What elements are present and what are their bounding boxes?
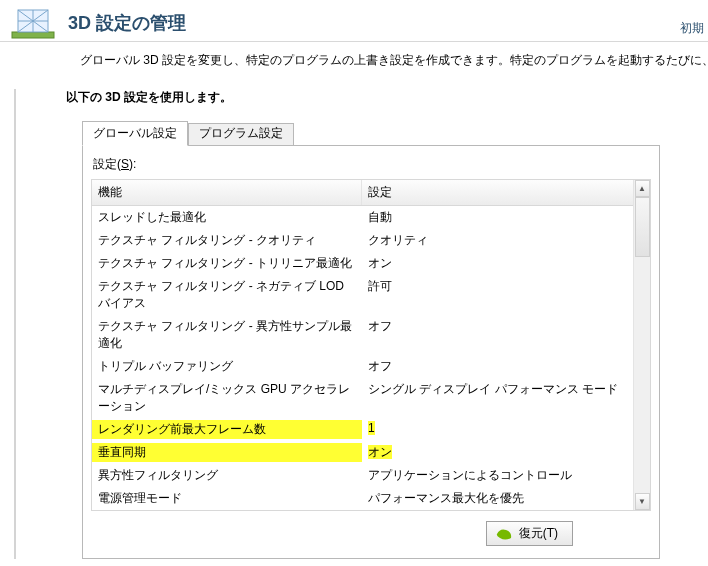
restore-button-label: 復元(T) xyxy=(519,525,558,542)
table-row[interactable]: レンダリング前最大フレーム数1 xyxy=(92,418,650,441)
scroll-down-button[interactable]: ▼ xyxy=(635,493,650,510)
cell-feature: テクスチャ フィルタリング - ネガティブ LOD バイアス xyxy=(92,277,362,313)
table-header: 機能 設定 xyxy=(92,180,650,206)
table-row[interactable]: スレッドした最適化自動 xyxy=(92,206,650,229)
page-title: 3D 設定の管理 xyxy=(68,11,700,35)
footer-buttons: 復元(T) xyxy=(91,511,651,546)
restore-button[interactable]: 復元(T) xyxy=(486,521,573,546)
cell-feature: 垂直同期 xyxy=(92,443,362,462)
table-row[interactable]: テクスチャ フィルタリング - トリリニア最適化オン xyxy=(92,252,650,275)
cell-setting: クオリティ xyxy=(362,231,650,250)
restore-defaults-link[interactable]: 初期 xyxy=(680,20,704,37)
cell-feature: テクスチャ フィルタリング - 異方性サンプル最適化 xyxy=(92,317,362,353)
table-row[interactable]: 電源管理モードパフォーマンス最大化を優先 xyxy=(92,487,650,510)
cell-setting: 1 xyxy=(362,420,650,439)
cell-feature: スレッドした最適化 xyxy=(92,208,362,227)
cell-feature: 電源管理モード xyxy=(92,489,362,508)
nvidia-logo-icon xyxy=(495,527,513,541)
settings-caption: 設定(S): xyxy=(93,156,651,173)
page-description: グローバル 3D 設定を変更し、特定のプログラムの上書き設定を作成できます。特定… xyxy=(0,42,708,69)
cell-setting: アプリケーションによるコントロール xyxy=(362,466,650,485)
cell-setting: オフ xyxy=(362,317,650,353)
tab-program-settings[interactable]: プログラム設定 xyxy=(188,123,294,146)
cell-feature: テクスチャ フィルタリング - トリリニア最適化 xyxy=(92,254,362,273)
cell-feature: 異方性フィルタリング xyxy=(92,466,362,485)
tab-global-settings[interactable]: グローバル設定 xyxy=(82,121,188,146)
cell-setting: オン xyxy=(362,254,650,273)
svg-rect-0 xyxy=(12,32,54,38)
table-body: スレッドした最適化自動テクスチャ フィルタリング - クオリティクオリティテクス… xyxy=(92,206,650,510)
cell-feature: レンダリング前最大フレーム数 xyxy=(92,420,362,439)
tabs: グローバル設定 プログラム設定 xyxy=(82,121,666,146)
table-row[interactable]: テクスチャ フィルタリング - クオリティクオリティ xyxy=(92,229,650,252)
scroll-up-button[interactable]: ▲ xyxy=(635,180,650,197)
settings-table: 機能 設定 スレッドした最適化自動テクスチャ フィルタリング - クオリティクオ… xyxy=(91,179,651,511)
table-row[interactable]: 異方性フィルタリングアプリケーションによるコントロール xyxy=(92,464,650,487)
col-header-feature[interactable]: 機能 xyxy=(92,180,362,205)
table-row[interactable]: テクスチャ フィルタリング - ネガティブ LOD バイアス許可 xyxy=(92,275,650,315)
table-row[interactable]: 垂直同期オン xyxy=(92,441,650,464)
cell-feature: テクスチャ フィルタリング - クオリティ xyxy=(92,231,362,250)
cell-setting: シングル ディスプレイ パフォーマンス モード xyxy=(362,380,650,416)
cell-setting: オフ xyxy=(362,357,650,376)
cell-setting: 許可 xyxy=(362,277,650,313)
cell-setting: オン xyxy=(362,443,650,462)
cell-setting: 自動 xyxy=(362,208,650,227)
section-label: 以下の 3D 設定を使用します。 xyxy=(16,89,708,106)
vertical-scrollbar[interactable]: ▲ ▼ xyxy=(633,180,650,510)
nvidia-3d-icon xyxy=(8,5,58,41)
cell-setting: パフォーマンス最大化を優先 xyxy=(362,489,650,508)
cell-feature: トリプル バッファリング xyxy=(92,357,362,376)
table-row[interactable]: トリプル バッファリングオフ xyxy=(92,355,650,378)
table-row[interactable]: マルチディスプレイ/ミックス GPU アクセラレーションシングル ディスプレイ … xyxy=(92,378,650,418)
main-content: 以下の 3D 設定を使用します。 グローバル設定 プログラム設定 設定(S): … xyxy=(14,89,708,559)
col-header-setting[interactable]: 設定 xyxy=(362,180,650,205)
table-row[interactable]: テクスチャ フィルタリング - 異方性サンプル最適化オフ xyxy=(92,315,650,355)
scroll-thumb[interactable] xyxy=(635,197,650,257)
cell-feature: マルチディスプレイ/ミックス GPU アクセラレーション xyxy=(92,380,362,416)
settings-pane: 設定(S): 機能 設定 スレッドした最適化自動テクスチャ フィルタリング - … xyxy=(82,145,660,559)
header: 3D 設定の管理 初期 xyxy=(0,0,708,42)
